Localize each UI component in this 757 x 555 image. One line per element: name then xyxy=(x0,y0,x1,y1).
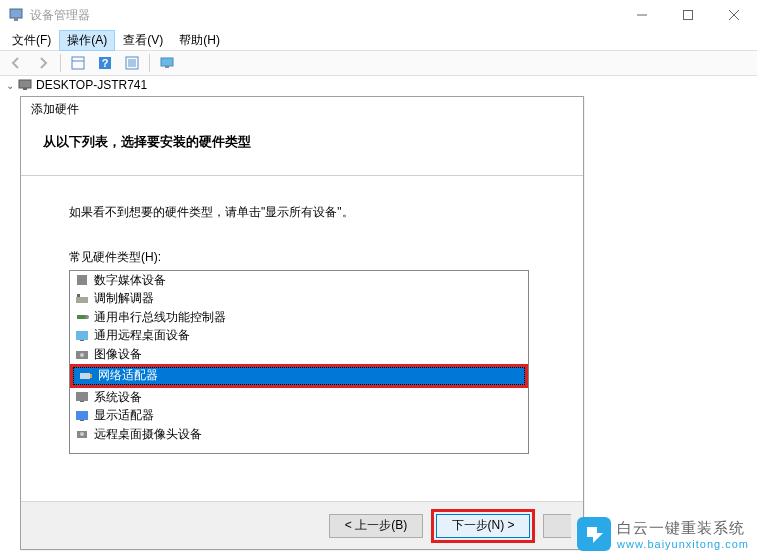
tree-root-label[interactable]: DESKTOP-JSTR741 xyxy=(36,78,147,92)
minimize-button[interactable] xyxy=(619,0,665,30)
forward-button[interactable] xyxy=(31,52,55,74)
help-icon[interactable]: ? xyxy=(93,52,117,74)
menu-action[interactable]: 操作(A) xyxy=(59,30,115,51)
remote-desktop-icon xyxy=(74,328,90,344)
svg-rect-15 xyxy=(23,88,27,90)
svg-rect-26 xyxy=(90,374,92,378)
watermark: 白云一键重装系统 www.baiyunxitong.com xyxy=(577,517,749,551)
list-item[interactable]: 数字媒体设备 xyxy=(70,271,528,290)
remote-camera-icon xyxy=(74,426,90,442)
dialog-instruction: 如果看不到想要的硬件类型，请单击"显示所有设备"。 xyxy=(69,204,535,221)
usb-controller-icon xyxy=(74,309,90,325)
toolbar: ? xyxy=(0,50,757,76)
svg-rect-22 xyxy=(80,340,84,341)
app-icon xyxy=(8,7,24,23)
media-device-icon xyxy=(74,272,90,288)
svg-rect-27 xyxy=(76,392,88,401)
svg-point-20 xyxy=(85,315,89,319)
svg-rect-21 xyxy=(76,331,88,340)
add-hardware-dialog: 添加硬件 从以下列表，选择要安装的硬件类型 如果看不到想要的硬件类型，请单击"显… xyxy=(20,96,584,550)
svg-rect-17 xyxy=(76,297,88,303)
svg-rect-0 xyxy=(10,9,22,18)
display-adapter-icon xyxy=(74,408,90,424)
list-item-label: 远程桌面摄像头设备 xyxy=(94,426,202,443)
menu-help[interactable]: 帮助(H) xyxy=(171,30,228,51)
list-item-selected[interactable]: 网络适配器 xyxy=(73,367,525,386)
list-item[interactable]: 通用远程桌面设备 xyxy=(70,327,528,346)
window-title: 设备管理器 xyxy=(30,7,619,24)
svg-point-32 xyxy=(80,432,84,436)
window-titlebar: 设备管理器 xyxy=(0,0,757,30)
highlight-box: 下一步(N) > xyxy=(431,509,535,543)
dialog-title: 添加硬件 xyxy=(21,97,583,119)
list-item-label: 显示适配器 xyxy=(94,407,154,424)
list-item[interactable]: 显示适配器 xyxy=(70,407,528,426)
hardware-type-listbox[interactable]: 数字媒体设备 调制解调器 通用串行总线功能控制器 通用远程桌面设备 图像设备 xyxy=(69,270,529,454)
back-button[interactable]: < 上一步(B) xyxy=(329,514,423,538)
device-tree: ⌄ DESKTOP-JSTR741 xyxy=(0,76,757,94)
dialog-header: 从以下列表，选择要安装的硬件类型 xyxy=(43,133,561,151)
svg-rect-18 xyxy=(77,294,80,297)
svg-rect-11 xyxy=(128,59,136,67)
monitor-icon[interactable] xyxy=(155,52,179,74)
svg-rect-25 xyxy=(80,373,90,379)
list-item-label: 通用串行总线功能控制器 xyxy=(94,309,226,326)
svg-text:?: ? xyxy=(102,57,109,69)
toolbar-btn-3[interactable] xyxy=(120,52,144,74)
list-label: 常见硬件类型(H): xyxy=(69,249,535,266)
system-device-icon xyxy=(74,389,90,405)
list-item[interactable]: 调制解调器 xyxy=(70,290,528,309)
list-item-label: 调制解调器 xyxy=(94,290,154,307)
computer-icon xyxy=(18,78,32,92)
svg-rect-3 xyxy=(684,11,693,20)
watermark-url: www.baiyunxitong.com xyxy=(617,538,749,550)
network-adapter-icon xyxy=(78,368,94,384)
maximize-button[interactable] xyxy=(665,0,711,30)
modem-icon xyxy=(74,291,90,307)
svg-rect-12 xyxy=(161,58,173,66)
svg-rect-1 xyxy=(14,18,18,21)
next-button[interactable]: 下一步(N) > xyxy=(436,514,530,538)
cancel-button[interactable]: 取消 xyxy=(543,514,571,538)
svg-rect-14 xyxy=(19,80,31,88)
watermark-logo-icon xyxy=(577,517,611,551)
imaging-device-icon xyxy=(74,346,90,362)
list-item-label: 数字媒体设备 xyxy=(94,272,166,289)
list-item[interactable]: 通用串行总线功能控制器 xyxy=(70,308,528,327)
svg-rect-29 xyxy=(76,411,88,420)
menu-bar: 文件(F) 操作(A) 查看(V) 帮助(H) xyxy=(0,30,757,50)
list-item-label: 通用远程桌面设备 xyxy=(94,327,190,344)
list-item-label: 网络适配器 xyxy=(98,367,158,384)
svg-point-24 xyxy=(80,353,84,357)
menu-view[interactable]: 查看(V) xyxy=(115,30,171,51)
list-item[interactable]: 图像设备 xyxy=(70,345,528,364)
svg-rect-6 xyxy=(72,57,84,69)
svg-rect-30 xyxy=(80,420,84,421)
list-item[interactable]: 系统设备 xyxy=(70,388,528,407)
tree-expand-icon[interactable]: ⌄ xyxy=(6,80,14,91)
close-button[interactable] xyxy=(711,0,757,30)
svg-rect-28 xyxy=(80,401,84,402)
list-item-label: 系统设备 xyxy=(94,389,142,406)
watermark-text: 白云一键重装系统 xyxy=(617,519,749,538)
list-item-label: 图像设备 xyxy=(94,346,142,363)
svg-rect-16 xyxy=(77,275,87,285)
dialog-footer: < 上一步(B) 下一步(N) > 取消 xyxy=(21,501,583,549)
svg-rect-13 xyxy=(165,66,169,68)
back-button[interactable] xyxy=(4,52,28,74)
list-item[interactable]: 远程桌面摄像头设备 xyxy=(70,425,528,444)
toolbar-btn-1[interactable] xyxy=(66,52,90,74)
menu-file[interactable]: 文件(F) xyxy=(4,30,59,51)
